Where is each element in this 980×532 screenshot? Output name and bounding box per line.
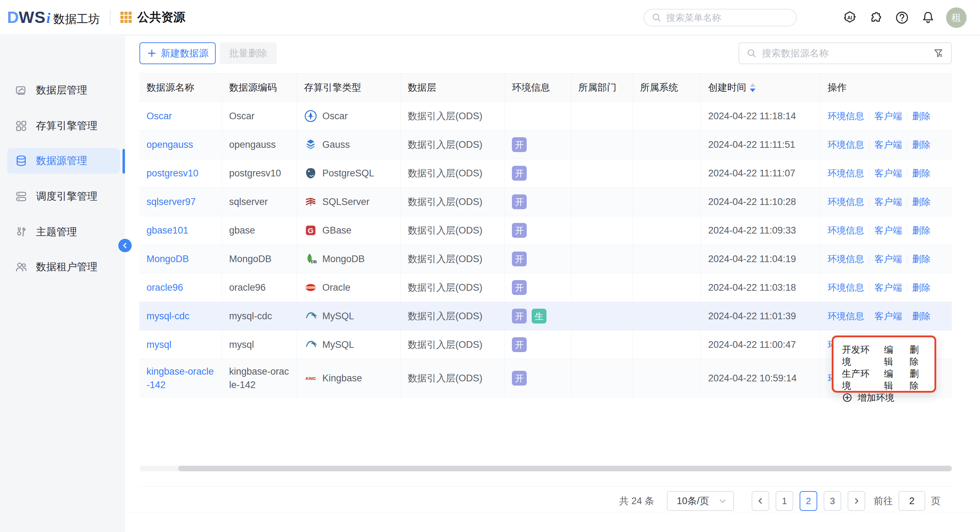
column-header[interactable]: 数据源名称 — [140, 73, 222, 102]
datasource-name-link[interactable]: sqlserver97 — [140, 188, 222, 216]
mongodb-logo-icon: DB — [304, 252, 317, 266]
engine-type-cell: SQLServer — [297, 188, 401, 216]
datasource-name-link[interactable]: postgresv10 — [140, 159, 222, 187]
column-header[interactable]: 环境信息 — [505, 73, 571, 102]
action-client-link[interactable]: 客户端 — [875, 110, 902, 123]
action-delete-link[interactable]: 删除 — [912, 138, 931, 151]
table-row[interactable]: mysql-cdcmysql-cdcMySQL数据引入层(ODS)开生2024-… — [140, 302, 952, 330]
page-button-1[interactable]: 1 — [776, 491, 793, 511]
batch-delete-button[interactable]: 批量删除 — [220, 42, 277, 64]
column-header[interactable]: 存算引擎类型 — [297, 73, 401, 102]
action-delete-link[interactable]: 删除 — [912, 167, 931, 180]
action-env-info-link[interactable]: 环境信息 — [827, 167, 864, 180]
env-popup-row-dev: 开发环境 编辑 删除 — [842, 344, 926, 368]
sidebar-item-theme[interactable]: 主题管理 — [7, 219, 120, 245]
table-row[interactable]: postgresv10postgresv10PostgreSQL数据引入层(OD… — [140, 159, 952, 188]
action-client-link[interactable]: 客户端 — [875, 310, 902, 323]
datasource-name-link[interactable]: mysql-cdc — [140, 302, 222, 330]
action-divider — [907, 168, 907, 178]
add-environment-button[interactable]: 增加环境 — [842, 392, 926, 403]
env-edit-link[interactable]: 编辑 — [884, 344, 900, 368]
user-avatar[interactable]: 租 — [946, 7, 967, 28]
datasource-name-link[interactable]: kingbase-oracle-142 — [140, 359, 222, 397]
datasource-search-input[interactable] — [762, 48, 929, 59]
sort-carets-icon[interactable] — [750, 83, 756, 92]
datasource-search-box[interactable] — [738, 42, 952, 64]
column-header[interactable]: 数据源编码 — [222, 73, 297, 102]
data-layer-cell: 数据引入层(ODS) — [401, 188, 505, 216]
table-row[interactable]: kingbase-oracle-142kingbase-oracle-142KI… — [140, 359, 952, 398]
bell-icon[interactable] — [920, 10, 936, 26]
datasource-name-link[interactable]: mysql — [140, 330, 222, 359]
goto-page-input[interactable] — [899, 491, 925, 511]
horizontal-scrollbar-thumb[interactable] — [178, 466, 952, 471]
action-delete-link[interactable]: 删除 — [912, 110, 931, 123]
created-time-cell: 2024-04-22 11:09:33 — [701, 216, 821, 245]
action-client-link[interactable]: 客户端 — [875, 167, 902, 180]
action-env-info-link[interactable]: 环境信息 — [827, 310, 864, 323]
action-env-info-link[interactable]: 环境信息 — [827, 224, 864, 237]
table-row[interactable]: opengaussopengaussGauss数据引入层(ODS)开2024-0… — [140, 130, 952, 159]
table-row[interactable]: sqlserver97sqlserverSQLServer数据引入层(ODS)开… — [140, 188, 952, 216]
next-page-button[interactable] — [848, 491, 865, 511]
action-delete-link[interactable]: 删除 — [912, 224, 931, 237]
action-delete-link[interactable]: 删除 — [912, 252, 931, 266]
sort-desc-icon[interactable] — [750, 89, 756, 92]
datasource-name-link[interactable]: MongoDB — [140, 245, 222, 273]
dws-logo[interactable]: DWSi 数据工坊 — [7, 8, 100, 27]
sort-asc-icon[interactable] — [750, 83, 756, 87]
table-row[interactable]: gbase101gbaseGGBase数据引入层(ODS)开2024-04-22… — [140, 216, 952, 245]
new-datasource-button[interactable]: 新建数据源 — [140, 42, 216, 64]
plus-icon — [147, 48, 157, 58]
table-row[interactable]: oracle96oracle96ORACLEOracle数据引入层(ODS)开2… — [140, 273, 952, 302]
sidebar-item-storage-engine[interactable]: 存算引擎管理 — [7, 113, 120, 139]
menu-search-input[interactable] — [666, 12, 789, 23]
table-row[interactable]: mysqlmysqlMySQL数据引入层(ODS)开2024-04-22 11:… — [140, 330, 952, 359]
env-badge-dev: 开 — [512, 137, 527, 152]
action-delete-link[interactable]: 删除 — [912, 281, 931, 294]
app-menu-entry[interactable]: 公共资源 — [120, 9, 185, 25]
env-edit-link[interactable]: 编辑 — [884, 368, 900, 392]
action-env-info-link[interactable]: 环境信息 — [827, 252, 864, 266]
page-button-2-active[interactable]: 2 — [800, 491, 817, 511]
menu-search-box[interactable] — [644, 9, 797, 27]
datasource-name-link[interactable]: gbase101 — [140, 216, 222, 245]
sidebar-item-tenant[interactable]: 数据租户管理 — [7, 254, 120, 280]
prev-page-button[interactable] — [752, 491, 769, 511]
table-row[interactable]: MongoDBMongoDBDBMongoDB数据引入层(ODS)开2024-0… — [140, 245, 952, 273]
datasource-name-link[interactable]: oracle96 — [140, 273, 222, 302]
action-env-info-link[interactable]: 环境信息 — [827, 110, 864, 123]
sidebar-collapse-button[interactable] — [118, 239, 132, 252]
action-client-link[interactable]: 客户端 — [875, 195, 902, 208]
action-delete-link[interactable]: 删除 — [912, 310, 931, 323]
page-size-select[interactable]: 10条/页 — [667, 491, 734, 511]
action-env-info-link[interactable]: 环境信息 — [827, 138, 864, 151]
table-header-row: 数据源名称 数据源编码 存算引擎类型 数据层 环境信息 所属部门 所属系统 创建… — [140, 73, 952, 102]
department-cell — [571, 102, 633, 130]
ai-hexagon-icon[interactable]: AI — [842, 10, 858, 26]
env-delete-link[interactable]: 删除 — [910, 368, 926, 392]
action-client-link[interactable]: 客户端 — [875, 138, 902, 151]
action-env-info-link[interactable]: 环境信息 — [827, 195, 864, 208]
action-client-link[interactable]: 客户端 — [875, 252, 902, 266]
action-client-link[interactable]: 客户端 — [875, 224, 902, 237]
horizontal-scrollbar-track[interactable] — [140, 466, 952, 471]
page-button-3[interactable]: 3 — [824, 491, 841, 511]
sidebar-item-data-layer[interactable]: 数据层管理 — [7, 78, 120, 103]
column-header-created-time[interactable]: 创建时间 — [701, 73, 821, 102]
column-header[interactable]: 所属系统 — [633, 73, 701, 102]
datasource-name-link[interactable]: opengauss — [140, 130, 222, 159]
filter-funnel-icon[interactable] — [933, 48, 944, 59]
sidebar-item-scheduler-engine[interactable]: 调度引擎管理 — [7, 184, 120, 209]
action-env-info-link[interactable]: 环境信息 — [827, 281, 864, 294]
puzzle-icon[interactable] — [868, 10, 884, 26]
sidebar-item-datasource[interactable]: 数据源管理 — [7, 148, 120, 173]
env-delete-link[interactable]: 删除 — [910, 344, 926, 368]
column-header[interactable]: 所属部门 — [571, 73, 633, 102]
datasource-name-link[interactable]: Oscar — [140, 102, 222, 130]
help-icon[interactable] — [894, 10, 910, 26]
table-row[interactable]: OscarOscarOscar数据引入层(ODS)2024-04-22 11:1… — [140, 102, 952, 130]
action-client-link[interactable]: 客户端 — [875, 281, 902, 294]
column-header[interactable]: 数据层 — [401, 73, 505, 102]
action-delete-link[interactable]: 删除 — [912, 195, 931, 208]
